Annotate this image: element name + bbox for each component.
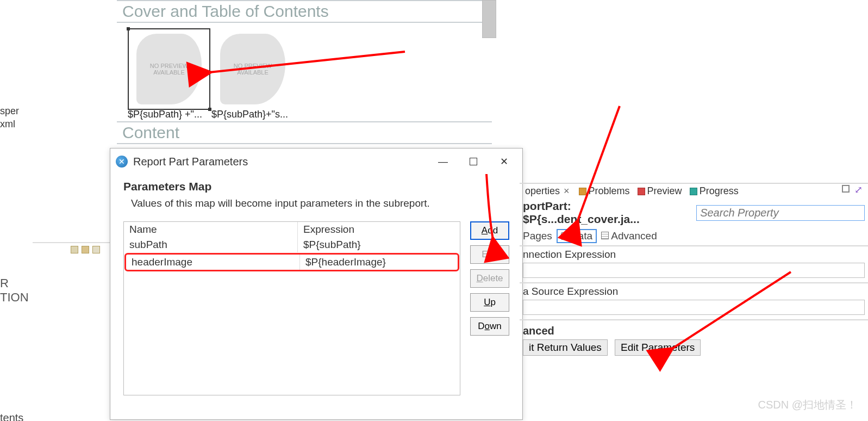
file-tree-item: xml <box>0 119 15 130</box>
problems-icon <box>579 188 586 195</box>
tab-data[interactable]: Data <box>557 229 597 243</box>
edit-return-values-button[interactable]: it Return Values <box>523 339 608 356</box>
subreport-part-selected[interactable]: NO PREVIEWAVAILABLE <box>128 28 210 110</box>
section-header: Content <box>117 121 492 144</box>
properties-panel: ⤢ operties× Problems Preview Progress po… <box>520 183 868 360</box>
tree-node: R <box>0 276 9 290</box>
tree-node: tents <box>0 412 23 421</box>
toolbar-icons[interactable] <box>71 246 100 253</box>
tab-preview[interactable]: Preview <box>635 185 684 197</box>
tab-pages[interactable]: Pages <box>523 230 552 242</box>
divider <box>33 242 117 243</box>
close-button[interactable]: ✕ <box>489 151 519 172</box>
advanced-section-label: anced <box>523 323 865 339</box>
tab-problems[interactable]: Problems <box>577 185 632 197</box>
datasource-expression-field[interactable] <box>523 300 865 315</box>
database-icon <box>561 232 569 240</box>
selection-title: portPart: $P{s...dent_cover.ja... <box>523 200 691 226</box>
down-button[interactable]: Down <box>470 317 509 336</box>
progress-icon <box>690 188 697 195</box>
report-part-parameters-dialog: ✕ Report Part Parameters — ✕ Parameters … <box>110 148 523 420</box>
subreport-part[interactable]: NO PREVIEWAVAILABLE <box>211 28 294 110</box>
app-icon: ✕ <box>116 156 128 168</box>
table-row-highlighted[interactable]: headerImage $P{headerImage} <box>124 253 459 271</box>
datasource-expression-label: a Source Expression <box>523 286 865 298</box>
connection-expression-field[interactable] <box>523 263 865 278</box>
file-tree-item: sper <box>0 106 19 117</box>
tree-node: TION <box>0 290 29 305</box>
param-name: headerImage <box>126 255 300 270</box>
connection-expression-label: nnection Expression <box>523 249 865 261</box>
col-name-header: Name <box>124 222 298 237</box>
tab-advanced[interactable]: Advanced <box>601 230 657 242</box>
maximize-button[interactable] <box>458 151 489 172</box>
param-name: subPath <box>124 237 298 252</box>
dialog-window-title: Report Part Parameters <box>133 156 428 168</box>
report-design-canvas[interactable]: Cover and Table of Contents NO PREVIEWAV… <box>117 0 492 147</box>
tab-properties[interactable]: operties× <box>523 185 573 197</box>
external-icon[interactable]: ⤢ <box>854 184 863 196</box>
add-button[interactable]: Add <box>470 221 509 240</box>
vertical-scrollbar[interactable] <box>482 0 496 38</box>
search-property-input[interactable] <box>696 205 865 221</box>
bottom-tabs: operties× Problems Preview Progress <box>520 183 868 199</box>
subreport-caption: $P{subPath} +"... <box>128 109 210 120</box>
param-expr: $P{subPath} <box>298 237 460 252</box>
dialog-titlebar[interactable]: ✕ Report Part Parameters — ✕ <box>110 148 522 175</box>
minimize-button[interactable]: — <box>428 151 458 172</box>
table-row[interactable]: subPath $P{subPath} <box>124 237 460 252</box>
preview-icon <box>638 188 645 195</box>
grid-icon <box>601 232 609 239</box>
table-header: Name Expression <box>124 222 460 237</box>
restore-icon[interactable] <box>842 185 850 193</box>
param-expr: $P{headerImage} <box>300 255 458 270</box>
dialog-title: Parameters Map <box>123 180 509 193</box>
edit-button: Edit <box>470 245 509 264</box>
up-button[interactable]: Up <box>470 293 509 312</box>
property-section-tabs: Pages Data Advanced <box>520 227 868 245</box>
delete-button: Delete <box>470 269 509 288</box>
section-header: Cover and Table of Contents <box>117 0 492 23</box>
edit-parameters-button[interactable]: Edit Parameters <box>615 339 701 356</box>
col-expr-header: Expression <box>298 222 460 237</box>
dialog-description: Values of this map will become input par… <box>131 197 509 209</box>
close-icon[interactable]: × <box>562 185 571 197</box>
watermark: CSDN @扫地情圣！ <box>758 398 857 412</box>
tab-progress[interactable]: Progress <box>688 185 741 197</box>
subreport-caption: $P{subPath}+"s... <box>211 109 294 120</box>
parameters-table[interactable]: Name Expression subPath $P{subPath} head… <box>123 221 460 395</box>
